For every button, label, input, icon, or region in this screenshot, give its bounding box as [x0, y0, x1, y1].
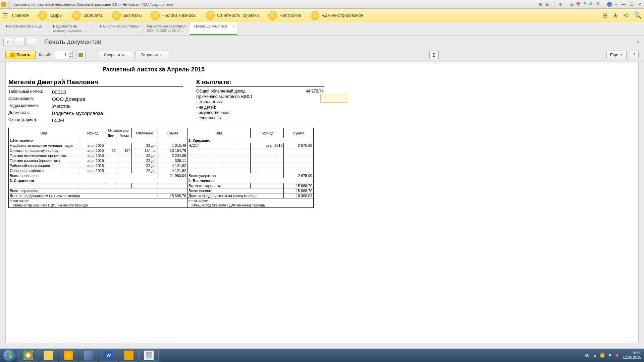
- table-row: Районный коэффициентапр. 201522 дн.4 121…: [9, 163, 314, 168]
- memory-m-icon[interactable]: M: [583, 2, 587, 7]
- menu-icon: [38, 11, 47, 20]
- titlebar-cal-icon[interactable]: 📅: [576, 2, 581, 7]
- send-button[interactable]: Отправить...: [136, 51, 169, 59]
- titlebar-calc-icon[interactable]: 🖩: [569, 2, 574, 7]
- table-row: Оплата по часовому тарифуапр. 2015221541…: [9, 148, 314, 153]
- payout-head: К выплате:: [196, 78, 324, 87]
- menu-main[interactable]: Главное: [12, 13, 29, 18]
- print-button[interactable]: Печать: [5, 51, 36, 59]
- col-vid2: Вид: [187, 128, 250, 138]
- tab-pechat[interactable]: Печать документов×: [190, 22, 237, 35]
- table-row: Надбавка за вредные условия трудаапр. 20…: [9, 143, 314, 148]
- main-menubar: ☰ Главное Кадры Зарплата Выплаты Налоги …: [0, 9, 644, 22]
- menu-vyplaty[interactable]: Выплаты: [112, 11, 142, 20]
- section-accrued: 1.Начислено: [9, 138, 187, 143]
- help-button[interactable]: ?: [630, 51, 639, 59]
- save-button[interactable]: Сохранить...: [99, 51, 132, 59]
- menu-icon: [72, 11, 81, 20]
- document-page[interactable]: Расчетный листок за Апрель 2015 Метелёв …: [5, 62, 639, 343]
- favorites-star-icon[interactable]: ★: [613, 12, 618, 19]
- search-icon[interactable]: 🔍: [634, 12, 641, 19]
- more-button[interactable]: Еще: [606, 51, 627, 59]
- taskbar-mail[interactable]: [79, 349, 98, 362]
- titlebar-doc-icon[interactable]: 📄: [551, 2, 556, 7]
- close-icon[interactable]: ×: [233, 24, 235, 28]
- taskbar-chrome[interactable]: [18, 349, 38, 362]
- col-hours: Часы: [117, 133, 131, 138]
- info-icon[interactable]: i: [607, 2, 612, 7]
- copies-spinner[interactable]: ▲▼: [55, 51, 73, 59]
- titlebar-star-icon[interactable]: ⚙: [558, 2, 563, 7]
- copies-input[interactable]: [55, 51, 68, 59]
- taskbar-word[interactable]: W: [99, 349, 118, 362]
- nav-home-button[interactable]: ⌂: [3, 38, 13, 46]
- tabno-label: Табельный номер:: [8, 89, 52, 95]
- tray-flag-icon[interactable]: ⚑: [608, 353, 611, 358]
- tab-vedomosti[interactable]: Ведомости навыплату зарплаты ч...×: [49, 22, 96, 35]
- taskbar-explorer[interactable]: [39, 349, 58, 362]
- print-icon: [10, 53, 15, 57]
- titlebar-tool-icon[interactable]: ▦: [538, 2, 543, 7]
- history-icon-wrap[interactable]: ⟲: [624, 12, 629, 19]
- memory-mplus-icon[interactable]: M+: [589, 2, 594, 7]
- nav-back-button[interactable]: ←: [15, 38, 25, 46]
- taskbar-aimp[interactable]: [59, 349, 78, 362]
- window-titlebar: Зарплата и управление персоналом (базова…: [0, 0, 644, 9]
- paint-icon: [144, 351, 154, 360]
- table-row-debt: Долг за предприятием на начало месяца15 …: [9, 193, 314, 198]
- close-button[interactable]: ✕: [637, 2, 643, 7]
- col-days: Дни: [105, 133, 117, 138]
- sum-button[interactable]: Σ: [429, 51, 439, 59]
- start-button[interactable]: [0, 349, 18, 362]
- menu-admin[interactable]: Администрирование: [311, 11, 364, 20]
- col-worked: Отработано: [105, 128, 132, 133]
- spin-up-icon[interactable]: ▲: [68, 51, 72, 55]
- tray-arrow-icon[interactable]: ▲: [593, 353, 597, 357]
- menu-otchet[interactable]: Отчетность, справки: [206, 11, 259, 20]
- titlebar-print-icon[interactable]: 🖶: [545, 2, 549, 7]
- taskbar-1c[interactable]: [119, 349, 139, 362]
- window-title: Зарплата и управление персоналом (базова…: [13, 2, 538, 6]
- folder-icon: [44, 351, 53, 360]
- deduct-head: Применено вычетов по НДФЛ: [196, 94, 324, 99]
- rate-value: 65,94: [52, 117, 65, 123]
- tab-nachisleniya[interactable]: Начисления зарплаты×: [96, 22, 143, 35]
- menu-nalogi[interactable]: Налоги и взносы: [151, 11, 196, 20]
- tray-lang[interactable]: RU: [584, 353, 590, 357]
- spin-down-icon[interactable]: ▼: [68, 55, 72, 59]
- tab-home[interactable]: Начальная страница: [2, 22, 49, 35]
- close-icon[interactable]: ×: [139, 24, 141, 28]
- menu-zarplata[interactable]: Зарплата: [72, 11, 103, 20]
- tab-nachislenie-doc[interactable]: Начисление зарплаты0000-000002 от 30.04.…: [143, 22, 190, 35]
- close-icon[interactable]: ×: [186, 24, 188, 28]
- minimize-button[interactable]: —: [621, 2, 627, 7]
- menu-icon: [206, 11, 215, 20]
- selection-highlight[interactable]: [320, 94, 347, 103]
- page-close-icon[interactable]: ×: [635, 38, 641, 46]
- col-period: Период: [79, 128, 105, 138]
- menu-icon: [268, 11, 277, 20]
- table-row-excess: излишне удержанного НДФЛ на начало перио…: [9, 203, 314, 208]
- tray-clock[interactable]: 18:56 12.05.2015: [623, 351, 641, 360]
- aimp-icon: [64, 351, 73, 360]
- dropdown-icon[interactable]: ▾: [614, 2, 619, 7]
- maximize-button[interactable]: ❐: [629, 2, 635, 7]
- menu-kadry[interactable]: Кадры: [38, 11, 63, 20]
- tray-sound-icon[interactable]: 🔇: [615, 353, 620, 358]
- word-icon: W: [104, 351, 113, 360]
- nav-forward-button[interactable]: →: [26, 38, 36, 46]
- page-header: ⌂ ← → Печать документов ×: [0, 36, 644, 48]
- preview-button[interactable]: [76, 51, 86, 59]
- hamburger-icon[interactable]: ☰: [3, 12, 8, 19]
- apps-grid-icon[interactable]: ⊞: [602, 12, 607, 19]
- rate-label: Оклад (тариф):: [8, 117, 52, 123]
- close-icon[interactable]: ×: [92, 24, 94, 28]
- document-toolbar: Печать Копий: ▲▼ Сохранить... Отправить.…: [0, 48, 644, 62]
- document-tabs: Начальная страница Ведомости навыплату з…: [0, 22, 644, 36]
- taskbar-paint[interactable]: [139, 349, 159, 362]
- memory-mminus-icon[interactable]: M-: [596, 2, 601, 7]
- app-icon-disc: [7, 2, 11, 7]
- menu-nastroika[interactable]: Настройка: [268, 11, 301, 20]
- menu-icon: [151, 11, 160, 20]
- tray-network-icon[interactable]: 📶: [600, 353, 605, 358]
